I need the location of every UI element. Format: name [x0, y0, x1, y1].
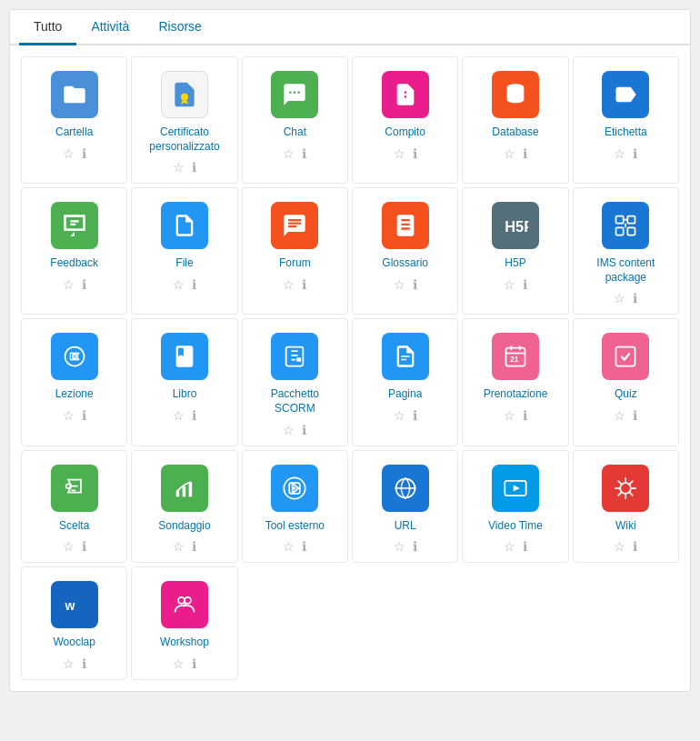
list-item[interactable]: Tool esterno ☆ ℹ: [242, 450, 348, 564]
compito-star[interactable]: ☆: [394, 147, 405, 160]
etichetta-info[interactable]: ℹ: [633, 147, 637, 160]
pagina-star[interactable]: ☆: [394, 409, 405, 422]
url-star[interactable]: ☆: [394, 540, 405, 553]
etichetta-label: Etichetta: [605, 125, 647, 140]
cartella-star[interactable]: ☆: [63, 147, 75, 160]
list-item[interactable]: Cartella ☆ ℹ: [21, 56, 127, 184]
list-item[interactable]: Sondaggio ☆ ℹ: [131, 450, 237, 564]
list-item[interactable]: Wiki ☆ ℹ: [573, 450, 679, 564]
sondaggio-info[interactable]: ℹ: [192, 540, 196, 553]
list-item[interactable]: Compito ☆ ℹ: [352, 56, 458, 184]
scelta-info[interactable]: ℹ: [82, 540, 86, 553]
list-item[interactable]: Etichetta ☆ ℹ: [573, 56, 679, 184]
database-info[interactable]: ℹ: [523, 147, 527, 160]
libro-info[interactable]: ℹ: [192, 409, 196, 422]
certificato-star[interactable]: ☆: [173, 161, 185, 174]
database-star[interactable]: ☆: [504, 147, 515, 160]
list-item[interactable]: Chat ☆ ℹ: [242, 56, 348, 184]
compito-info[interactable]: ℹ: [413, 147, 417, 160]
wooclap-info[interactable]: ℹ: [82, 657, 86, 670]
file-star[interactable]: ☆: [173, 278, 185, 291]
list-item[interactable]: URL ☆ ℹ: [352, 450, 458, 564]
database-actions: ☆ ℹ: [504, 147, 527, 160]
libro-star[interactable]: ☆: [173, 409, 185, 422]
list-item[interactable]: Video Time ☆ ℹ: [462, 450, 568, 564]
ims-star[interactable]: ☆: [614, 292, 625, 305]
svg-marker-2: [70, 232, 75, 236]
svg-point-10: [65, 347, 84, 366]
cartella-info[interactable]: ℹ: [82, 147, 86, 160]
list-item[interactable]: Database ☆ ℹ: [462, 56, 568, 184]
h5p-info[interactable]: ℹ: [523, 278, 527, 291]
glossario-info[interactable]: ℹ: [413, 278, 417, 291]
main-container: Tutto Attività Risorse Cartella ☆ ℹ: [9, 9, 691, 692]
wiki-info[interactable]: ℹ: [633, 540, 637, 553]
etichetta-star[interactable]: ☆: [614, 147, 625, 160]
videotime-star[interactable]: ☆: [504, 540, 515, 553]
chat-star[interactable]: ☆: [283, 147, 295, 160]
list-item[interactable]: Quiz ☆ ℹ: [573, 318, 679, 446]
list-item[interactable]: Pacchetto SCORM ☆ ℹ: [242, 318, 348, 446]
scorm-info[interactable]: ℹ: [302, 424, 306, 436]
feedback-info[interactable]: ℹ: [82, 278, 86, 291]
list-item[interactable]: Lezione ☆ ℹ: [21, 318, 127, 446]
cartella-icon: [51, 71, 98, 118]
list-item[interactable]: 21 Prenotazione ☆ ℹ: [462, 318, 568, 446]
glossario-star[interactable]: ☆: [394, 278, 405, 291]
quiz-star[interactable]: ☆: [614, 409, 625, 422]
etichetta-actions: ☆ ℹ: [614, 147, 637, 160]
sondaggio-star[interactable]: ☆: [173, 540, 185, 553]
prenotazione-info[interactable]: ℹ: [523, 409, 527, 422]
list-item[interactable]: Certificato personalizzato ☆ ℹ: [131, 56, 237, 184]
list-item[interactable]: Glossario ☆ ℹ: [352, 187, 458, 315]
quiz-info[interactable]: ℹ: [633, 409, 637, 422]
svg-marker-29: [514, 485, 520, 491]
forum-info[interactable]: ℹ: [302, 278, 306, 291]
pagina-info[interactable]: ℹ: [413, 409, 417, 422]
quiz-label: Quiz: [615, 387, 637, 402]
tool-star[interactable]: ☆: [283, 540, 295, 553]
sondaggio-icon: [161, 465, 208, 512]
list-item[interactable]: Feedback ☆ ℹ: [21, 187, 127, 315]
prenotazione-star[interactable]: ☆: [504, 409, 515, 422]
lezione-star[interactable]: ☆: [63, 409, 75, 422]
tab-attivita[interactable]: Attività: [76, 10, 144, 45]
pagina-icon: [382, 333, 429, 380]
url-info[interactable]: ℹ: [413, 540, 417, 553]
tab-tutto[interactable]: Tutto: [19, 10, 76, 45]
scorm-star[interactable]: ☆: [283, 424, 295, 436]
forum-star[interactable]: ☆: [283, 278, 295, 291]
svg-rect-14: [286, 347, 304, 366]
h5p-star[interactable]: ☆: [504, 278, 515, 291]
tool-info[interactable]: ℹ: [302, 540, 306, 553]
ims-info[interactable]: ℹ: [633, 292, 637, 305]
list-item[interactable]: Forum ☆ ℹ: [242, 187, 348, 315]
lezione-info[interactable]: ℹ: [82, 409, 86, 422]
list-item[interactable]: Libro ☆ ℹ: [131, 318, 237, 446]
svg-point-0: [181, 94, 188, 101]
file-info[interactable]: ℹ: [192, 278, 196, 291]
url-icon: [382, 465, 429, 512]
list-item[interactable]: File ☆ ℹ: [131, 187, 237, 315]
list-item[interactable]: w Wooclap ☆ ℹ: [21, 566, 127, 680]
wiki-star[interactable]: ☆: [614, 540, 625, 553]
list-item[interactable]: Pagina ☆ ℹ: [352, 318, 458, 446]
list-item[interactable]: H5P H5P ☆ ℹ: [462, 187, 568, 315]
database-label: Database: [492, 125, 538, 140]
list-item[interactable]: IMS content package ☆ ℹ: [573, 187, 679, 315]
wooclap-star[interactable]: ☆: [63, 657, 75, 670]
feedback-star[interactable]: ☆: [63, 278, 75, 291]
certificato-actions: ☆ ℹ: [173, 161, 196, 174]
workshop-star[interactable]: ☆: [173, 657, 185, 670]
tool-label: Tool esterno: [265, 519, 325, 534]
svg-rect-5: [628, 216, 635, 224]
scelta-star[interactable]: ☆: [63, 540, 75, 553]
workshop-info[interactable]: ℹ: [192, 657, 196, 670]
chat-info[interactable]: ℹ: [302, 147, 306, 160]
certificato-info[interactable]: ℹ: [192, 161, 196, 174]
list-item[interactable]: Workshop ☆ ℹ: [131, 566, 237, 680]
videotime-info[interactable]: ℹ: [523, 540, 527, 553]
tab-risorse[interactable]: Risorse: [144, 10, 215, 45]
list-item[interactable]: Scelta ☆ ℹ: [21, 450, 127, 564]
svg-rect-24: [183, 486, 186, 496]
